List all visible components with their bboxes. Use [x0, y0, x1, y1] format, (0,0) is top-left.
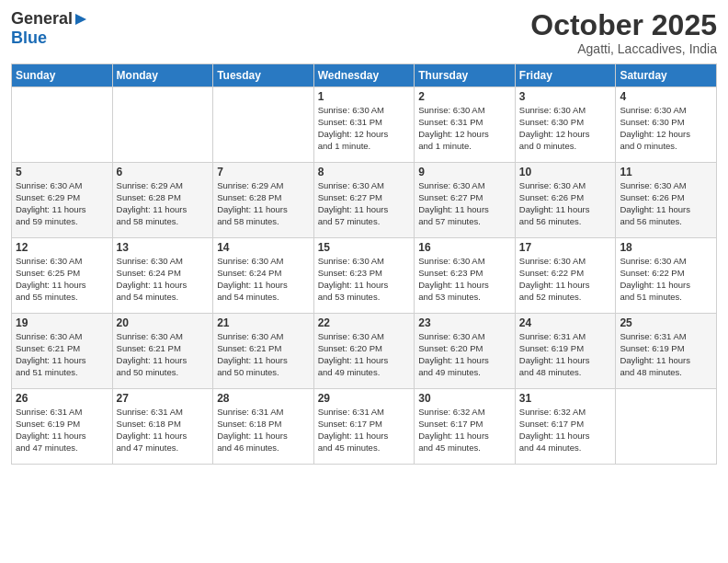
header-row: SundayMondayTuesdayWednesdayThursdayFrid… — [12, 64, 717, 87]
day-number: 28 — [217, 392, 310, 405]
day-cell: 4Sunrise: 6:30 AM Sunset: 6:30 PM Daylig… — [616, 87, 717, 163]
day-number: 16 — [418, 241, 511, 254]
day-number: 4 — [620, 90, 712, 103]
location-subtitle: Agatti, Laccadives, India — [530, 41, 717, 56]
day-info: Sunrise: 6:31 AM Sunset: 6:18 PM Dayligh… — [117, 407, 210, 454]
day-number: 9 — [418, 166, 511, 178]
week-row-4: 19Sunrise: 6:30 AM Sunset: 6:21 PM Dayli… — [12, 314, 717, 389]
col-header-friday: Friday — [515, 64, 616, 87]
day-number: 22 — [318, 316, 411, 329]
day-number: 14 — [217, 241, 310, 254]
day-cell: 3Sunrise: 6:30 AM Sunset: 6:30 PM Daylig… — [515, 87, 616, 163]
day-number: 8 — [318, 166, 411, 178]
day-number: 19 — [16, 316, 108, 329]
day-cell: 27Sunrise: 6:31 AM Sunset: 6:18 PM Dayli… — [112, 389, 213, 465]
day-cell: 5Sunrise: 6:30 AM Sunset: 6:29 PM Daylig… — [12, 163, 113, 238]
day-cell — [616, 389, 717, 465]
header: General Blue October 2025 Agatti, Laccad… — [11, 9, 717, 56]
day-info: Sunrise: 6:32 AM Sunset: 6:17 PM Dayligh… — [519, 407, 612, 454]
day-info: Sunrise: 6:29 AM Sunset: 6:28 PM Dayligh… — [217, 180, 310, 227]
day-info: Sunrise: 6:31 AM Sunset: 6:18 PM Dayligh… — [217, 407, 310, 454]
col-header-wednesday: Wednesday — [313, 64, 415, 87]
calendar-container: General Blue October 2025 Agatti, Laccad… — [0, 0, 728, 563]
day-number: 1 — [318, 90, 411, 103]
col-header-sunday: Sunday — [12, 64, 113, 87]
title-block: October 2025 Agatti, Laccadives, India — [530, 9, 717, 56]
day-number: 10 — [519, 166, 612, 178]
day-cell: 9Sunrise: 6:30 AM Sunset: 6:27 PM Daylig… — [415, 163, 516, 238]
day-cell: 14Sunrise: 6:30 AM Sunset: 6:24 PM Dayli… — [213, 238, 314, 314]
day-number: 18 — [620, 241, 712, 254]
day-info: Sunrise: 6:30 AM Sunset: 6:22 PM Dayligh… — [620, 256, 712, 303]
day-cell: 12Sunrise: 6:30 AM Sunset: 6:25 PM Dayli… — [12, 238, 113, 314]
day-info: Sunrise: 6:30 AM Sunset: 6:24 PM Dayligh… — [217, 256, 310, 303]
col-header-thursday: Thursday — [415, 64, 516, 87]
day-number: 6 — [117, 166, 210, 178]
day-cell: 29Sunrise: 6:31 AM Sunset: 6:17 PM Dayli… — [313, 389, 415, 465]
logo-blue: Blue — [11, 29, 47, 48]
day-cell — [112, 87, 213, 163]
day-number: 2 — [418, 90, 511, 103]
day-cell: 30Sunrise: 6:32 AM Sunset: 6:17 PM Dayli… — [415, 389, 516, 465]
day-cell: 13Sunrise: 6:30 AM Sunset: 6:24 PM Dayli… — [112, 238, 213, 314]
day-number: 17 — [519, 241, 612, 254]
day-number: 30 — [418, 392, 511, 405]
day-info: Sunrise: 6:30 AM Sunset: 6:20 PM Dayligh… — [418, 331, 511, 378]
day-cell: 20Sunrise: 6:30 AM Sunset: 6:21 PM Dayli… — [112, 314, 213, 389]
day-cell: 28Sunrise: 6:31 AM Sunset: 6:18 PM Dayli… — [213, 389, 314, 465]
day-cell: 26Sunrise: 6:31 AM Sunset: 6:19 PM Dayli… — [12, 389, 113, 465]
day-cell: 22Sunrise: 6:30 AM Sunset: 6:20 PM Dayli… — [313, 314, 415, 389]
col-header-monday: Monday — [112, 64, 213, 87]
day-info: Sunrise: 6:30 AM Sunset: 6:24 PM Dayligh… — [117, 256, 210, 303]
day-number: 31 — [519, 392, 612, 405]
logo-text-block: General Blue — [11, 9, 88, 48]
day-cell: 23Sunrise: 6:30 AM Sunset: 6:20 PM Dayli… — [415, 314, 516, 389]
day-cell: 15Sunrise: 6:30 AM Sunset: 6:23 PM Dayli… — [313, 238, 415, 314]
week-row-5: 26Sunrise: 6:31 AM Sunset: 6:19 PM Dayli… — [12, 389, 717, 465]
day-info: Sunrise: 6:30 AM Sunset: 6:21 PM Dayligh… — [16, 331, 108, 378]
day-cell: 2Sunrise: 6:30 AM Sunset: 6:31 PM Daylig… — [415, 87, 516, 163]
day-cell: 17Sunrise: 6:30 AM Sunset: 6:22 PM Dayli… — [515, 238, 616, 314]
day-number: 5 — [16, 166, 108, 178]
day-number: 13 — [117, 241, 210, 254]
day-number: 15 — [318, 241, 411, 254]
day-info: Sunrise: 6:30 AM Sunset: 6:21 PM Dayligh… — [217, 331, 310, 378]
day-info: Sunrise: 6:31 AM Sunset: 6:19 PM Dayligh… — [620, 331, 712, 378]
week-row-2: 5Sunrise: 6:30 AM Sunset: 6:29 PM Daylig… — [12, 163, 717, 238]
day-info: Sunrise: 6:30 AM Sunset: 6:29 PM Dayligh… — [16, 180, 108, 227]
day-cell: 19Sunrise: 6:30 AM Sunset: 6:21 PM Dayli… — [12, 314, 113, 389]
day-number: 21 — [217, 316, 310, 329]
day-number: 25 — [620, 316, 712, 329]
day-info: Sunrise: 6:30 AM Sunset: 6:31 PM Dayligh… — [318, 105, 411, 152]
day-info: Sunrise: 6:30 AM Sunset: 6:22 PM Dayligh… — [519, 256, 612, 303]
day-number: 23 — [418, 316, 511, 329]
day-cell: 11Sunrise: 6:30 AM Sunset: 6:26 PM Dayli… — [616, 163, 717, 238]
day-cell: 24Sunrise: 6:31 AM Sunset: 6:19 PM Dayli… — [515, 314, 616, 389]
day-info: Sunrise: 6:30 AM Sunset: 6:23 PM Dayligh… — [318, 256, 411, 303]
calendar-table: SundayMondayTuesdayWednesdayThursdayFrid… — [11, 63, 717, 465]
day-info: Sunrise: 6:31 AM Sunset: 6:17 PM Dayligh… — [318, 407, 411, 454]
month-title: October 2025 — [530, 9, 717, 41]
day-number: 12 — [16, 241, 108, 254]
day-info: Sunrise: 6:31 AM Sunset: 6:19 PM Dayligh… — [16, 407, 108, 454]
day-cell: 1Sunrise: 6:30 AM Sunset: 6:31 PM Daylig… — [313, 87, 415, 163]
day-info: Sunrise: 6:30 AM Sunset: 6:30 PM Dayligh… — [519, 105, 612, 152]
week-row-3: 12Sunrise: 6:30 AM Sunset: 6:25 PM Dayli… — [12, 238, 717, 314]
day-info: Sunrise: 6:30 AM Sunset: 6:21 PM Dayligh… — [117, 331, 210, 378]
day-info: Sunrise: 6:30 AM Sunset: 6:27 PM Dayligh… — [418, 180, 511, 227]
day-info: Sunrise: 6:31 AM Sunset: 6:19 PM Dayligh… — [519, 331, 612, 378]
day-number: 27 — [117, 392, 210, 405]
day-number: 7 — [217, 166, 310, 178]
day-info: Sunrise: 6:30 AM Sunset: 6:30 PM Dayligh… — [620, 105, 712, 152]
day-cell — [12, 87, 113, 163]
day-cell: 8Sunrise: 6:30 AM Sunset: 6:27 PM Daylig… — [313, 163, 415, 238]
day-number: 29 — [318, 392, 411, 405]
day-number: 26 — [16, 392, 108, 405]
day-cell: 10Sunrise: 6:30 AM Sunset: 6:26 PM Dayli… — [515, 163, 616, 238]
day-cell: 7Sunrise: 6:29 AM Sunset: 6:28 PM Daylig… — [213, 163, 314, 238]
col-header-saturday: Saturday — [616, 64, 717, 87]
day-info: Sunrise: 6:30 AM Sunset: 6:27 PM Dayligh… — [318, 180, 411, 227]
col-header-tuesday: Tuesday — [213, 64, 314, 87]
day-cell: 25Sunrise: 6:31 AM Sunset: 6:19 PM Dayli… — [616, 314, 717, 389]
svg-marker-0 — [75, 14, 86, 25]
